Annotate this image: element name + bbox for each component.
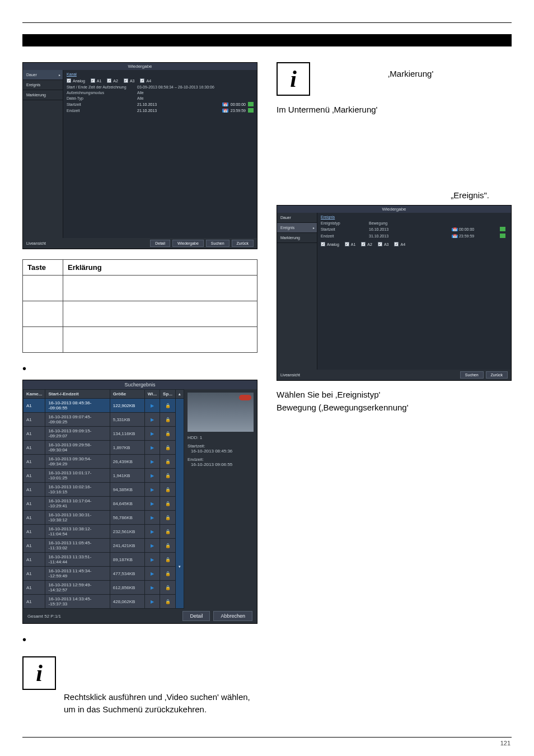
liveansicht-link[interactable]: Liveansicht: [280, 373, 300, 377]
liveansicht-link[interactable]: Liveansicht: [26, 241, 46, 245]
type-value[interactable]: Alle: [137, 96, 254, 100]
table-row[interactable]: A116-10-2013 10:17:04--10:29:4184,645KB▶…: [24, 497, 184, 511]
sidebar-item-markierung[interactable]: Markierung: [277, 233, 317, 243]
lock-button[interactable]: 🔒: [160, 553, 176, 567]
time-spinner-icon[interactable]: [248, 108, 254, 113]
lock-button[interactable]: 🔒: [160, 567, 176, 581]
sidebar-item-ereignis[interactable]: Ereignis: [23, 80, 63, 90]
th-kamera[interactable]: Kame...: [24, 390, 45, 399]
checkbox-analog[interactable]: ✓Analog: [67, 78, 85, 83]
lock-button[interactable]: 🔒: [160, 595, 176, 609]
abbrechen-button[interactable]: Abbrechen: [213, 611, 252, 621]
play-button[interactable]: ▶: [144, 399, 160, 413]
lock-button[interactable]: 🔒: [160, 413, 176, 427]
detail-button[interactable]: Detail: [182, 611, 210, 621]
table-row[interactable]: A116-10-2013 11:33:51--11:44:4489,187KB▶…: [24, 553, 184, 567]
lock-button[interactable]: 🔒: [160, 441, 176, 455]
scroll-down-icon[interactable]: ▾: [179, 564, 181, 569]
sidebar-item-markierung[interactable]: Markierung: [23, 90, 63, 100]
lock-button[interactable]: 🔒: [160, 539, 176, 553]
sidebar: Dauer Ereignis▸ Markierung: [277, 213, 317, 370]
lock-button[interactable]: 🔒: [160, 455, 176, 469]
table-row[interactable]: A116-10-2013 12:59:49--14:32:57612,856KB…: [24, 581, 184, 595]
lock-button[interactable]: 🔒: [160, 497, 176, 511]
table-row[interactable]: A116-10-2013 11:45:34--12:59:49477,534KB…: [24, 567, 184, 581]
calendar-icon[interactable]: 📅: [452, 228, 458, 231]
table-row[interactable]: A116-10-2013 10:30:31--10:38:1256,786KB▶…: [24, 511, 184, 525]
checkbox-a2[interactable]: ✓A2: [361, 242, 372, 246]
suchen-button[interactable]: Suchen: [460, 371, 484, 379]
play-button[interactable]: ▶: [144, 567, 160, 581]
lock-button[interactable]: 🔒: [160, 581, 176, 595]
calendar-icon[interactable]: 📅: [222, 102, 228, 106]
start-date[interactable]: 16.10.2013: [369, 227, 448, 231]
play-button[interactable]: ▶: [144, 483, 160, 497]
lock-button[interactable]: 🔒: [160, 511, 176, 525]
th-zeit[interactable]: Start-/-Endzeit: [45, 390, 110, 399]
right-column: i ‚Markierung' Im Untermenü ‚Markierung'…: [277, 62, 512, 724]
tab-kanal[interactable]: Kanal: [67, 72, 77, 76]
play-button[interactable]: ▶: [144, 413, 160, 427]
sidebar-item-dauer[interactable]: Dauer▸: [23, 70, 63, 80]
checkbox-a4[interactable]: ✓A4: [394, 242, 405, 246]
start-row[interactable]: 21.10.2013 📅 00:00:00: [137, 102, 254, 106]
checkbox-a1[interactable]: ✓A1: [345, 242, 356, 246]
table-row[interactable]: A116-10-2013 09:09:15--09:29:07134,116KB…: [24, 427, 184, 441]
checkbox-a3[interactable]: ✓A3: [124, 78, 135, 83]
table-row[interactable]: A116-10-2013 14:33:45--15:37:33428,062KB…: [24, 595, 184, 609]
type-label: Ereignistyp: [321, 221, 366, 225]
calendar-icon[interactable]: 📅: [452, 235, 458, 238]
zurueck-button[interactable]: Zurück: [232, 240, 254, 247]
play-button[interactable]: ▶: [144, 511, 160, 525]
lock-button[interactable]: 🔒: [160, 427, 176, 441]
lock-button[interactable]: 🔒: [160, 525, 176, 539]
table-row[interactable]: A116-10-2013 09:30:54--09:34:2926,439KB▶…: [24, 455, 184, 469]
end-row[interactable]: 21.10.2013 📅 23:59:59: [137, 108, 254, 113]
scrollbar[interactable]: ▾: [176, 399, 184, 609]
table-row[interactable]: A116-10-2013 08:45:36--09:06:55122,902KB…: [24, 399, 184, 413]
table-row[interactable]: A116-10-2013 10:02:16--10:16:1594,385KB▶…: [24, 483, 184, 497]
table-row[interactable]: A116-10-2013 09:29:58--09:30:041,897KB▶🔒: [24, 441, 184, 455]
scroll-up-icon[interactable]: ▴: [176, 390, 184, 399]
zurueck-button[interactable]: Zurück: [486, 371, 508, 379]
time-spinner-icon[interactable]: [500, 234, 505, 238]
th-size[interactable]: Größe: [110, 390, 144, 399]
th-play[interactable]: Wi...: [144, 390, 160, 399]
checkbox-a1[interactable]: ✓A1: [91, 78, 102, 83]
table-row[interactable]: A116-10-2013 10:01:17--10:01:251,941KB▶🔒: [24, 469, 184, 483]
sidebar-item-ereignis[interactable]: Ereignis▸: [277, 223, 317, 233]
checkbox-a4[interactable]: ✓A4: [140, 78, 151, 83]
play-button[interactable]: ▶: [144, 553, 160, 567]
type-value[interactable]: Bewegung: [369, 221, 448, 225]
suchen-button[interactable]: Suchen: [206, 240, 229, 247]
table-row[interactable]: A116-10-2013 10:38:12--11:04:54232,561KB…: [24, 525, 184, 539]
wiedergabe-button[interactable]: Wiedergabe: [172, 240, 204, 247]
play-button[interactable]: ▶: [144, 595, 160, 609]
time-spinner-icon[interactable]: [248, 102, 254, 106]
table-row[interactable]: A116-10-2013 11:05:45--11:33:02241,421KB…: [24, 539, 184, 553]
time-spinner-icon[interactable]: [500, 227, 505, 231]
play-button[interactable]: ▶: [144, 469, 160, 483]
calendar-icon[interactable]: 📅: [222, 109, 228, 113]
play-button[interactable]: ▶: [144, 441, 160, 455]
play-button[interactable]: ▶: [144, 539, 160, 553]
lock-button[interactable]: 🔒: [160, 483, 176, 497]
play-button[interactable]: ▶: [144, 455, 160, 469]
play-button[interactable]: ▶: [144, 427, 160, 441]
lock-button[interactable]: 🔒: [160, 469, 176, 483]
lock-button[interactable]: 🔒: [160, 399, 176, 413]
checkbox-analog[interactable]: ✓Analog: [321, 242, 339, 246]
checkbox-a2[interactable]: ✓A2: [107, 78, 118, 83]
tab-ereignis[interactable]: Ereignis: [321, 215, 335, 219]
end-date[interactable]: 31.10.2013: [369, 234, 448, 238]
th-lock[interactable]: Sp...: [160, 390, 176, 399]
play-button[interactable]: ▶: [144, 581, 160, 595]
mode-value[interactable]: Alle: [137, 91, 254, 95]
checkbox-a3[interactable]: ✓A3: [378, 242, 389, 246]
table-row[interactable]: A116-10-2013 09:07:45--09:08:255,331KB▶🔒: [24, 413, 184, 427]
detail-button[interactable]: Detail: [150, 240, 170, 247]
sidebar-item-dauer[interactable]: Dauer: [277, 213, 317, 223]
start-time: 00:00:00: [459, 227, 474, 231]
play-button[interactable]: ▶: [144, 525, 160, 539]
play-button[interactable]: ▶: [144, 497, 160, 511]
